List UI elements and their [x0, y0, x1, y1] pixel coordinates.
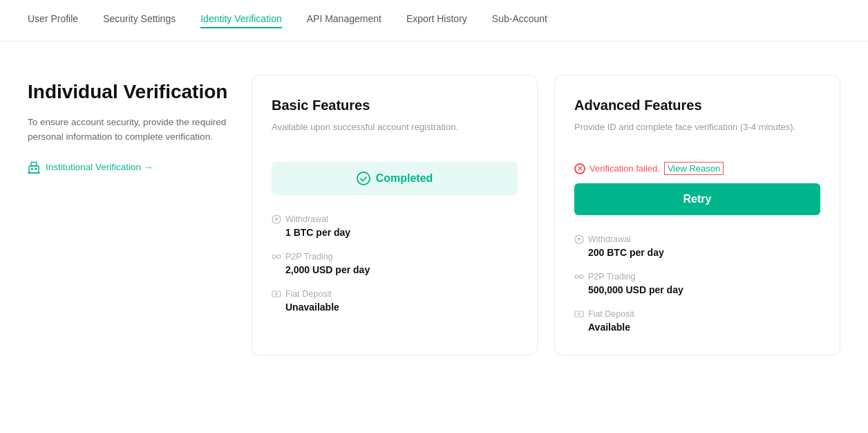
withdrawal-icon — [272, 214, 281, 224]
building-icon — [28, 161, 40, 174]
completed-button: Completed — [272, 162, 518, 195]
advanced-fiat-value: Available — [574, 322, 820, 333]
nav-item-security-settings[interactable]: Security Settings — [103, 13, 176, 28]
advanced-fiat-feature: Fiat Deposit Available — [574, 309, 820, 333]
main-content: Individual Verification To ensure accoun… — [0, 42, 868, 383]
advanced-withdrawal-value: 200 BTC per day — [574, 247, 820, 258]
page-title: Individual Verification — [28, 80, 235, 104]
svg-point-15 — [578, 313, 581, 315]
svg-rect-3 — [31, 162, 37, 166]
nav-item-user-profile[interactable]: User Profile — [28, 13, 78, 28]
basic-p2p-feature: P2P Trading 2,000 USD per day — [272, 252, 518, 275]
view-reason-link[interactable]: View Reason — [664, 162, 724, 175]
advanced-fiat-label: Fiat Deposit — [574, 309, 820, 319]
withdrawal-icon — [574, 234, 584, 244]
svg-rect-2 — [35, 168, 37, 170]
basic-fiat-feature: Fiat Deposit Unavailable — [272, 289, 518, 313]
svg-point-8 — [277, 255, 281, 259]
advanced-features-card: Advanced Features Provide ID and complet… — [554, 75, 840, 356]
basic-withdrawal-feature: Withdrawal 1 BTC per day — [272, 214, 518, 238]
completed-label: Completed — [376, 172, 433, 185]
basic-features-card: Basic Features Available upon successful… — [252, 75, 538, 356]
svg-point-13 — [580, 275, 583, 279]
advanced-p2p-feature: P2P Trading 500,000 USD per day — [574, 272, 820, 295]
check-circle-icon — [357, 172, 370, 185]
nav-item-identity-verification[interactable]: Identity Verification — [200, 13, 282, 28]
basic-withdrawal-value: 1 BTC per day — [272, 227, 518, 238]
top-nav: User Profile Security Settings Identity … — [0, 0, 868, 42]
fiat-icon — [574, 309, 584, 319]
advanced-p2p-label: P2P Trading — [574, 272, 820, 282]
p2p-icon — [574, 272, 584, 282]
svg-rect-9 — [272, 291, 281, 297]
basic-fiat-value: Unavailable — [272, 302, 518, 313]
advanced-card-title: Advanced Features — [574, 98, 820, 113]
basic-fiat-label: Fiat Deposit — [272, 289, 518, 299]
basic-card-description: Available upon successful account regist… — [272, 120, 518, 145]
basic-card-title: Basic Features — [272, 98, 518, 113]
page-description: To ensure account security, provide the … — [28, 115, 235, 145]
failed-circle-icon: ✕ — [574, 163, 585, 174]
retry-button[interactable]: Retry — [574, 183, 820, 215]
basic-p2p-value: 2,000 USD per day — [272, 264, 518, 275]
svg-point-12 — [575, 275, 578, 279]
svg-rect-0 — [29, 166, 39, 173]
svg-point-10 — [276, 293, 278, 295]
advanced-withdrawal-label: Withdrawal — [574, 234, 820, 244]
svg-rect-14 — [575, 311, 583, 317]
basic-withdrawal-label: Withdrawal — [272, 214, 518, 224]
left-panel: Individual Verification To ensure accoun… — [28, 75, 235, 174]
advanced-withdrawal-feature: Withdrawal 200 BTC per day — [574, 234, 820, 258]
institutional-link-label: Institutional Verification → — [46, 162, 153, 172]
fiat-icon — [272, 289, 281, 299]
basic-p2p-label: P2P Trading — [272, 252, 518, 261]
verification-failed-row: ✕ Verification failed. View Reason — [574, 162, 820, 175]
nav-item-export-history[interactable]: Export History — [406, 13, 467, 28]
verification-failed-text: Verification failed. — [589, 163, 660, 174]
svg-rect-1 — [31, 168, 33, 170]
svg-point-5 — [357, 172, 370, 185]
nav-item-sub-account[interactable]: Sub-Account — [492, 13, 547, 28]
institutional-verification-link[interactable]: Institutional Verification → — [28, 161, 235, 174]
retry-label: Retry — [683, 193, 712, 205]
advanced-card-description: Provide ID and complete face verificatio… — [574, 120, 820, 145]
verification-cards: Basic Features Available upon successful… — [252, 75, 840, 356]
svg-point-7 — [272, 255, 276, 259]
nav-item-api-management[interactable]: API Management — [307, 13, 381, 28]
p2p-icon — [272, 252, 281, 261]
advanced-p2p-value: 500,000 USD per day — [574, 284, 820, 295]
